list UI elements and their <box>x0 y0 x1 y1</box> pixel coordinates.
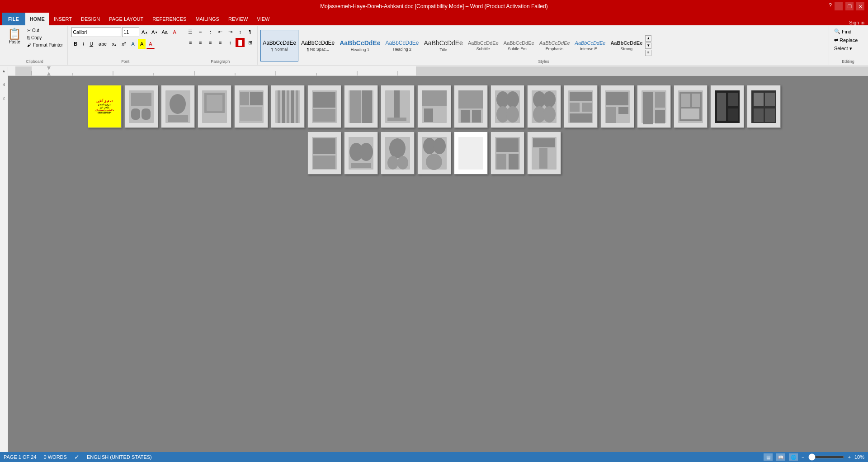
style-strong[interactable]: AaBbCcDdEe Strong <box>608 30 645 61</box>
style-heading2[interactable]: AaBbCcDdEe Heading 2 <box>383 30 421 61</box>
web-layout-button[interactable]: 🌐 <box>789 453 798 454</box>
ruler-svg <box>15 66 868 75</box>
page-thumb-25[interactable] <box>491 132 524 174</box>
svg-point-98 <box>387 156 398 170</box>
replace-button[interactable]: ⇌ Replace <box>832 36 864 44</box>
style-subtle-em[interactable]: AaBbCcDdEe Subtle Em... <box>501 30 537 61</box>
sign-in-link[interactable]: Sign in <box>849 20 864 25</box>
tab-file[interactable]: FILE <box>2 13 25 25</box>
tab-view[interactable]: VIEW <box>252 13 274 25</box>
shading-button[interactable]: █ <box>236 38 245 47</box>
styles-scroll-up[interactable]: ▲ <box>645 35 651 42</box>
page-thumb-10[interactable] <box>417 85 451 128</box>
print-layout-button[interactable]: ▤ <box>764 453 773 454</box>
justify-button[interactable]: ≡ <box>216 38 225 47</box>
borders-button[interactable]: ⊞ <box>245 38 255 47</box>
tab-pagelayout[interactable]: PAGE LAYOUT <box>104 13 148 25</box>
numbering-button[interactable]: ≡ <box>196 27 205 36</box>
page-thumb-19[interactable] <box>747 85 781 128</box>
editing-group: 🔍 Find ⇌ Replace Select ▾ Editing <box>830 26 866 65</box>
font-color-button[interactable]: A <box>146 39 154 49</box>
tab-home[interactable]: HOME <box>25 13 49 25</box>
line-spacing-button[interactable]: ↕ <box>226 38 235 47</box>
svg-rect-107 <box>496 154 506 170</box>
style-heading1[interactable]: AaBbCcDdEe Heading 1 <box>337 30 382 61</box>
page-thumb-11[interactable] <box>454 85 488 128</box>
page-thumb-5[interactable] <box>234 85 268 128</box>
page-thumb-6[interactable] <box>271 85 305 128</box>
page-thumb-15[interactable] <box>600 85 634 128</box>
increase-indent-button[interactable]: ⇥ <box>226 27 235 36</box>
superscript-button[interactable]: x² <box>119 39 128 49</box>
paste-button[interactable]: 📋 Paste <box>5 27 24 46</box>
page-thumb-3[interactable] <box>161 85 195 128</box>
align-left-button[interactable]: ≡ <box>186 38 195 47</box>
multilevel-button[interactable]: ⋮ <box>206 27 215 36</box>
style-normal[interactable]: AaBbCcDdEe ¶ Normal <box>260 30 298 61</box>
underline-button[interactable]: U <box>87 39 95 49</box>
select-button[interactable]: Select ▾ <box>832 44 864 53</box>
tab-insert[interactable]: INSERT <box>49 13 76 25</box>
page-thumb-8[interactable] <box>344 85 378 128</box>
style-intense-em[interactable]: AaBbCcDdEe Intense E... <box>573 30 608 61</box>
align-center-button[interactable]: ≡ <box>196 38 205 47</box>
italic-button[interactable]: I <box>80 39 86 49</box>
page-thumb-17[interactable] <box>674 85 708 128</box>
page-thumb-22[interactable] <box>381 132 415 174</box>
change-case-button[interactable]: Aa <box>160 28 169 37</box>
page-thumb-26[interactable] <box>527 132 561 174</box>
show-formatting-button[interactable]: ¶ <box>245 27 255 36</box>
status-bar: PAGE 1 OF 24 0 WORDS ✓ ENGLISH (UNITED S… <box>0 452 868 454</box>
page-thumb-2[interactable] <box>124 85 158 128</box>
shrink-font-button[interactable]: A▼ <box>150 28 159 37</box>
document-area[interactable]: تحقیق آنلاین مرجع دانشجو پارس بارز با کم… <box>0 76 868 454</box>
page-thumb-16[interactable] <box>637 85 671 128</box>
help-icon[interactable]: ? <box>829 2 832 10</box>
close-button[interactable]: ✕ <box>856 2 864 10</box>
page-thumb-21[interactable] <box>344 132 378 174</box>
svg-rect-61 <box>570 92 592 101</box>
clear-formatting-button[interactable]: A <box>170 28 179 37</box>
tab-review[interactable]: REVIEW <box>224 13 252 25</box>
font-family-input[interactable] <box>71 27 121 37</box>
bullets-button[interactable]: ☰ <box>186 27 195 36</box>
text-effects-button[interactable]: A <box>129 39 137 49</box>
sort-button[interactable]: ↕ <box>236 27 245 36</box>
cut-button[interactable]: ✂ Cut <box>25 27 41 34</box>
spell-check-icon[interactable]: ✓ <box>74 453 80 454</box>
page-thumb-13[interactable] <box>527 85 561 128</box>
styles-expand[interactable]: ≡ <box>645 50 651 56</box>
page-thumb-1[interactable]: تحقیق آنلاین مرجع دانشجو پارس بارز با کم… <box>88 85 122 128</box>
grow-font-button[interactable]: A▲ <box>140 28 149 37</box>
style-title[interactable]: AaBbCcDdEe Title <box>422 30 465 61</box>
align-right-button[interactable]: ≡ <box>206 38 215 47</box>
minimize-button[interactable]: — <box>835 2 843 10</box>
page-thumb-12[interactable] <box>491 85 524 128</box>
page-thumb-20[interactable] <box>307 132 341 174</box>
style-emphasis[interactable]: AaBbCcDdEe Emphasis <box>537 30 572 61</box>
subscript-button[interactable]: x₂ <box>110 39 119 49</box>
read-mode-button[interactable]: 📖 <box>776 453 785 454</box>
bold-button[interactable]: B <box>71 39 80 49</box>
decrease-indent-button[interactable]: ⇤ <box>216 27 225 36</box>
tab-design[interactable]: DESIGN <box>76 13 104 25</box>
page-thumb-14[interactable] <box>564 85 598 128</box>
find-button[interactable]: 🔍 Find <box>832 27 864 36</box>
format-painter-button[interactable]: 🖌 Format Painter <box>25 42 65 48</box>
tab-references[interactable]: REFERENCES <box>148 13 191 25</box>
page-thumb-24[interactable] <box>454 132 488 174</box>
page-thumb-23[interactable] <box>417 132 451 174</box>
style-no-spacing[interactable]: AaBbCcDdEe ¶ No Spac... <box>299 30 337 61</box>
page-thumb-4[interactable] <box>198 85 231 128</box>
highlight-color-button[interactable]: A <box>138 39 146 49</box>
copy-button[interactable]: ⎘ Copy <box>25 34 43 41</box>
restore-button[interactable]: ❐ <box>845 2 854 10</box>
style-subtitle[interactable]: AaBbCcDdEe Subtitle <box>466 30 501 61</box>
page-thumb-9[interactable] <box>381 85 415 128</box>
page-thumb-18[interactable] <box>710 85 744 128</box>
styles-scroll-down[interactable]: ▼ <box>645 42 651 49</box>
font-size-input[interactable] <box>122 27 139 37</box>
strikethrough-button[interactable]: abc <box>96 39 109 49</box>
page-thumb-7[interactable] <box>307 85 341 128</box>
tab-mailings[interactable]: MAILINGS <box>191 13 224 25</box>
